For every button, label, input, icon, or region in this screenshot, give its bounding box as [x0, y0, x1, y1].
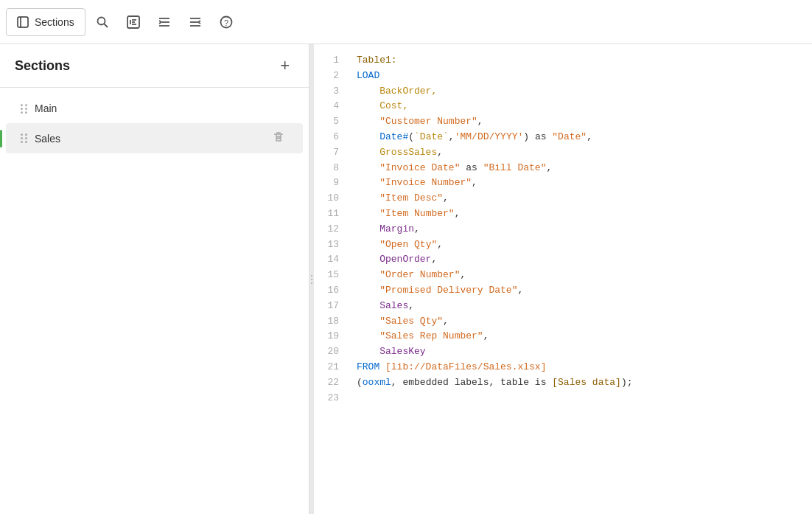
code-token: ,	[472, 177, 477, 188]
resize-dots	[311, 275, 312, 284]
code-token: LOAD	[357, 70, 379, 81]
code-line-22[interactable]: (ooxml, embedded labels, table is [Sales…	[351, 375, 812, 391]
code-token: `Date`	[414, 131, 449, 142]
line-num-2: 2	[314, 69, 351, 84]
code-token: "Invoice Date"	[379, 162, 460, 173]
drag-handle-main[interactable]	[21, 104, 27, 114]
code-token: Cost,	[357, 100, 408, 111]
code-line-3[interactable]: BackOrder,	[351, 84, 812, 100]
svg-rect-0	[18, 17, 28, 27]
code-line-18[interactable]: "Sales Qty",	[351, 314, 812, 330]
code-token	[357, 192, 379, 204]
line-numbers: 1234567891011121314151617181920212223	[314, 44, 351, 514]
line-num-19: 19	[314, 329, 351, 344]
line-num-9: 9	[314, 176, 351, 191]
trash-icon	[273, 132, 284, 142]
code-line-13[interactable]: "Open Qty",	[351, 237, 812, 253]
code-token: "Open Qty"	[379, 239, 437, 250]
code-token: 'MM/DD/YYYY'	[455, 131, 524, 142]
sidebar-item-main[interactable]: Main	[6, 95, 303, 122]
code-token: "Sales Rep Number"	[379, 330, 483, 341]
code-token: "Sales Qty"	[379, 316, 443, 327]
line-num-12: 12	[314, 222, 351, 237]
search-button[interactable]	[88, 8, 116, 36]
code-icon	[127, 15, 140, 29]
code-line-10[interactable]: "Item Desc",	[351, 191, 812, 206]
code-token: SalesKey	[357, 346, 426, 357]
code-token: (	[408, 131, 414, 142]
code-token: ,	[437, 147, 443, 158]
line-num-15: 15	[314, 268, 351, 283]
indent-right-button[interactable]	[150, 8, 178, 36]
code-line-19[interactable]: "Sales Rep Number",	[351, 329, 812, 344]
code-line-2[interactable]: LOAD	[351, 69, 812, 84]
code-line-14[interactable]: OpenOrder,	[351, 252, 812, 268]
code-token: ,	[449, 131, 455, 142]
code-line-5[interactable]: "Customer Number",	[351, 114, 812, 130]
line-num-4: 4	[314, 99, 351, 114]
sidebar-title: Sections	[15, 58, 70, 74]
code-line-6[interactable]: Date#(`Date`,'MM/DD/YYYY') as "Date",	[351, 130, 812, 145]
add-section-button[interactable]: +	[276, 56, 294, 75]
line-num-3: 3	[314, 84, 351, 100]
code-line-16[interactable]: "Promised Delivery Date",	[351, 283, 812, 299]
code-token	[357, 239, 379, 250]
drag-handle-sales[interactable]	[21, 133, 27, 143]
code-line-21[interactable]: FROM [lib://DataFiles/Sales.xlsx]	[351, 360, 812, 375]
code-token: GrossSales	[357, 147, 437, 158]
code-token: ,	[414, 223, 420, 235]
indent-left-icon	[189, 15, 202, 29]
code-line-11[interactable]: "Item Number",	[351, 206, 812, 222]
code-token: Margin	[357, 223, 414, 235]
code-line-20[interactable]: SalesKey	[351, 344, 812, 360]
sections-toggle-button[interactable]: Sections	[6, 8, 85, 36]
code-line-17[interactable]: Sales,	[351, 299, 812, 314]
line-num-10: 10	[314, 191, 351, 206]
code-token	[357, 131, 379, 142]
sections-btn-label: Sections	[35, 16, 74, 28]
help-button[interactable]: ?	[212, 8, 240, 36]
code-token: ,	[437, 239, 443, 250]
line-num-1: 1	[314, 53, 351, 69]
code-line-12[interactable]: Margin,	[351, 222, 812, 237]
code-token: ) as	[523, 131, 552, 142]
code-token	[357, 162, 379, 173]
sidebar: Sections + Main Sales	[0, 44, 309, 514]
sidebar-item-label-main: Main	[35, 103, 288, 114]
line-num-14: 14	[314, 252, 351, 268]
sidebar-item-sales[interactable]: Sales	[6, 123, 303, 153]
indent-right-icon	[158, 15, 171, 29]
indent-left-button[interactable]	[181, 8, 209, 36]
code-line-9[interactable]: "Invoice Number",	[351, 176, 812, 191]
sidebar-items-list: Main Sales	[0, 88, 309, 514]
code-line-23[interactable]	[351, 391, 812, 406]
line-num-21: 21	[314, 360, 351, 375]
code-token: "Item Desc"	[379, 192, 443, 204]
line-num-13: 13	[314, 237, 351, 253]
code-line-8[interactable]: "Invoice Date" as "Bill Date",	[351, 161, 812, 176]
search-icon	[96, 15, 109, 29]
code-token: ,	[455, 208, 461, 219]
code-line-7[interactable]: GrossSales,	[351, 145, 812, 161]
code-token: );	[621, 377, 633, 388]
code-content[interactable]: Table1:LOAD BackOrder, Cost, "Customer N…	[351, 44, 812, 514]
line-num-18: 18	[314, 314, 351, 330]
code-line-15[interactable]: "Order Number",	[351, 268, 812, 283]
code-token: Table1:	[357, 55, 397, 66]
code-line-4[interactable]: Cost,	[351, 99, 812, 114]
code-token: ,	[483, 330, 489, 341]
line-num-23: 23	[314, 391, 351, 406]
code-token	[357, 116, 379, 127]
code-line-1[interactable]: Table1:	[351, 53, 812, 69]
code-token: "Invoice Number"	[379, 177, 472, 188]
help-icon: ?	[220, 15, 233, 29]
code-view-button[interactable]	[119, 8, 147, 36]
code-token: ,	[408, 300, 414, 311]
code-token: "Bill Date"	[483, 162, 547, 173]
line-num-6: 6	[314, 130, 351, 145]
code-token: ,	[546, 162, 552, 173]
code-token: ,	[431, 254, 437, 265]
delete-sales-button[interactable]	[269, 131, 288, 146]
code-token: as	[460, 162, 483, 173]
panel-icon	[17, 16, 29, 28]
